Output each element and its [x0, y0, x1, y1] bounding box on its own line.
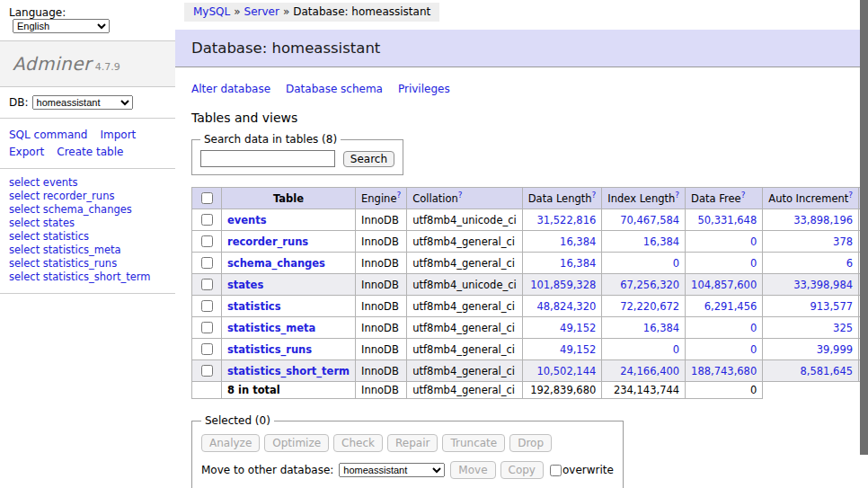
row-checkbox[interactable]: [201, 214, 213, 226]
auto-increment-link[interactable]: 39,999: [817, 343, 853, 356]
data-free-link[interactable]: 6,291,456: [704, 300, 757, 313]
column-help-link[interactable]: ?: [848, 191, 853, 200]
db-link-alter-database[interactable]: Alter database: [191, 83, 270, 95]
sidebar-table-link-select-recorder-runs[interactable]: select recorder_runs: [9, 190, 166, 203]
drop-button[interactable]: Drop: [509, 434, 552, 452]
sidebar-table-link-select-statistics-runs[interactable]: select statistics_runs: [9, 257, 166, 271]
db-select[interactable]: homeassistant: [32, 95, 133, 110]
row-checkbox-cell: [192, 360, 222, 382]
overwrite-checkbox[interactable]: [550, 465, 562, 476]
sidebar-action-import[interactable]: Import: [100, 129, 136, 141]
total-engine: InnoDB: [356, 382, 407, 399]
data-length-link[interactable]: 31,522,816: [536, 214, 596, 226]
cell-data-free: 0: [686, 339, 763, 360]
sidebar-table-link-select-statistics-short-term[interactable]: select statistics_short_term: [9, 271, 166, 284]
breadcrumb-link-mysql[interactable]: MySQL: [193, 5, 230, 18]
auto-increment-link[interactable]: 33,398,984: [793, 279, 853, 291]
auto-increment-link[interactable]: 913,577: [810, 300, 853, 313]
index-length-link[interactable]: 0: [673, 343, 679, 356]
sidebar-table-link-select-statistics[interactable]: select statistics: [9, 230, 166, 244]
data-length-link[interactable]: 48,824,320: [536, 300, 596, 313]
index-length-link[interactable]: 67,256,320: [620, 279, 679, 291]
auto-increment-link[interactable]: 6: [846, 257, 853, 270]
sidebar-action-export[interactable]: Export: [9, 146, 44, 158]
scrollbar-thumb[interactable]: [860, 0, 868, 455]
row-checkbox[interactable]: [201, 322, 213, 333]
index-length-link[interactable]: 16,384: [643, 322, 679, 334]
move-button[interactable]: Move: [450, 461, 495, 479]
data-length-link[interactable]: 49,152: [560, 343, 596, 356]
auto-increment-link[interactable]: 8,581,645: [801, 365, 854, 377]
data-free-link[interactable]: 0: [750, 343, 757, 356]
total-data-free: 0: [686, 382, 763, 399]
truncate-button[interactable]: Truncate: [442, 434, 505, 452]
copy-button[interactable]: Copy: [500, 461, 544, 479]
data-free-link[interactable]: 104,857,600: [691, 279, 757, 291]
language-select[interactable]: English: [13, 19, 110, 33]
row-checkbox[interactable]: [201, 257, 213, 269]
data-length-link[interactable]: 16,384: [560, 235, 596, 248]
column-help-link[interactable]: ?: [458, 191, 463, 200]
db-link-database-schema[interactable]: Database schema: [286, 83, 383, 95]
data-free-link[interactable]: 0: [750, 235, 757, 248]
index-length-link[interactable]: 70,467,584: [620, 214, 679, 226]
auto-increment-link[interactable]: 378: [833, 235, 853, 248]
index-length-link[interactable]: 16,384: [643, 235, 679, 248]
analyze-button[interactable]: Analyze: [201, 434, 260, 452]
column-header-engine: Engine?: [356, 188, 407, 209]
table-link[interactable]: statistics_short_term: [227, 365, 350, 377]
search-button[interactable]: Search: [343, 151, 394, 167]
table-link[interactable]: statistics: [227, 300, 281, 313]
data-length-link[interactable]: 10,502,144: [536, 365, 596, 377]
cell-engine: InnoDB: [356, 296, 407, 317]
table-link[interactable]: states: [227, 279, 263, 291]
row-checkbox[interactable]: [201, 343, 213, 355]
table-link[interactable]: statistics_runs: [227, 343, 312, 356]
column-help-link[interactable]: ?: [396, 191, 401, 200]
check-button[interactable]: Check: [333, 434, 383, 452]
select-all-checkbox[interactable]: [201, 192, 213, 204]
sidebar-action-create-table[interactable]: Create table: [57, 146, 123, 158]
data-length-link[interactable]: 101,859,328: [530, 279, 596, 291]
cell-collation: utf8mb4_general_ci: [407, 360, 523, 382]
row-checkbox[interactable]: [201, 279, 213, 290]
data-free-link[interactable]: 188,743,680: [691, 365, 757, 377]
optimize-button[interactable]: Optimize: [264, 434, 329, 452]
table-link[interactable]: events: [227, 214, 267, 226]
data-free-link[interactable]: 0: [750, 257, 757, 270]
sidebar-table-link-select-events[interactable]: select events: [9, 176, 166, 190]
sidebar-table-link-select-states[interactable]: select states: [9, 217, 166, 230]
sidebar-table-link-select-statistics-meta[interactable]: select statistics_meta: [9, 244, 166, 257]
search-input[interactable]: [200, 150, 335, 167]
index-length-link[interactable]: 72,220,672: [620, 300, 679, 313]
data-free-link[interactable]: 0: [750, 322, 757, 334]
move-db-select[interactable]: homeassistant: [339, 463, 445, 477]
index-length-link[interactable]: 24,166,400: [620, 365, 679, 377]
db-link-privileges[interactable]: Privileges: [398, 83, 450, 95]
data-length-link[interactable]: 49,152: [560, 322, 596, 334]
cell-engine: InnoDB: [356, 274, 407, 296]
index-length-link[interactable]: 0: [673, 257, 679, 270]
sidebar-table-link-select-schema-changes[interactable]: select schema_changes: [9, 203, 166, 217]
tables-overview-table: TableEngine?Collation?Data Length?Index …: [191, 187, 868, 399]
table-link[interactable]: schema_changes: [227, 257, 325, 270]
cell-collation: utf8mb4_unicode_ci: [407, 274, 523, 296]
auto-increment-link[interactable]: 33,898,196: [793, 214, 853, 226]
auto-increment-link[interactable]: 325: [833, 322, 853, 334]
table-link[interactable]: recorder_runs: [227, 235, 308, 248]
data-length-link[interactable]: 16,384: [560, 257, 596, 270]
scrollbar[interactable]: [860, 0, 868, 488]
row-checkbox[interactable]: [201, 300, 213, 312]
sidebar-actions: SQL commandImportExportCreate table: [0, 119, 175, 168]
table-link[interactable]: statistics_meta: [227, 322, 315, 334]
data-free-link[interactable]: 50,331,648: [697, 214, 757, 226]
row-checkbox[interactable]: [201, 235, 213, 247]
column-help-link[interactable]: ?: [741, 191, 746, 200]
sidebar-action-sql-command[interactable]: SQL command: [9, 129, 87, 141]
column-help-link[interactable]: ?: [675, 191, 679, 200]
total-index-length: 234,143,744: [602, 382, 686, 399]
breadcrumb-link-server[interactable]: Server: [244, 5, 279, 18]
row-checkbox[interactable]: [201, 365, 213, 377]
repair-button[interactable]: Repair: [387, 434, 438, 452]
column-help-link[interactable]: ?: [592, 191, 597, 200]
